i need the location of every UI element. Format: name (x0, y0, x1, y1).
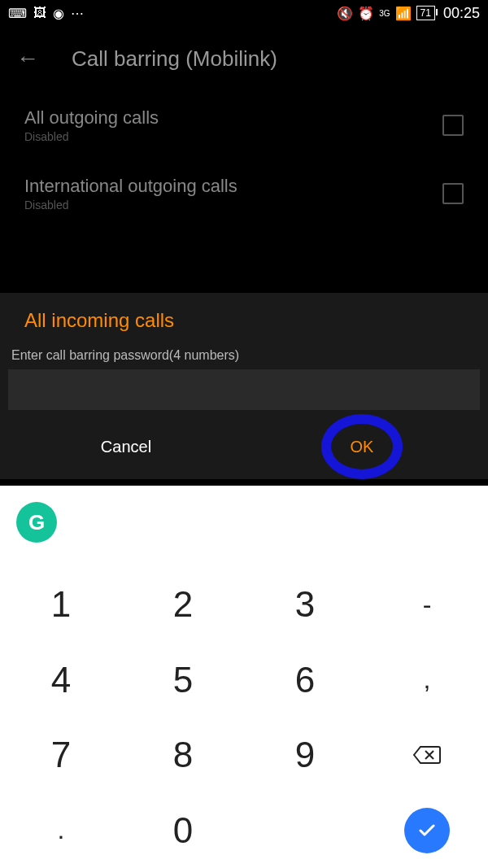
key-comma[interactable]: , (366, 643, 488, 718)
more-icon: ⋯ (71, 6, 84, 21)
battery-indicator: 71 (416, 6, 435, 20)
key-3[interactable]: 3 (244, 567, 366, 643)
numeric-keyboard: G 1 2 3 - 4 5 6 , 7 8 9 . 0 (0, 486, 488, 868)
back-arrow-icon[interactable]: ← (16, 46, 39, 72)
setting-all-outgoing[interactable]: All outgoing calls Disabled (0, 91, 488, 159)
mute-icon: 🔇 (337, 6, 353, 21)
key-dot[interactable]: . (0, 793, 122, 869)
keyboard-icon: ⌨ (8, 6, 27, 21)
key-2[interactable]: 2 (122, 567, 244, 643)
settings-list: All outgoing calls Disabled Internationa… (0, 91, 488, 228)
page-header: ← Call barring (Mobilink) (0, 26, 488, 91)
key-7[interactable]: 7 (0, 718, 122, 793)
clock-time: 00:25 (443, 5, 480, 22)
setting-status: Disabled (24, 198, 237, 212)
alarm-icon: ⏰ (358, 6, 374, 21)
check-icon (404, 808, 450, 853)
key-9[interactable]: 9 (244, 718, 366, 793)
key-1[interactable]: 1 (0, 567, 122, 643)
key-dash[interactable]: - (366, 567, 488, 643)
disc-icon: ◉ (53, 6, 64, 21)
password-input[interactable] (8, 369, 480, 410)
checkbox[interactable] (442, 183, 464, 204)
status-bar: ⌨ 🖼 ◉ ⋯ 🔇 ⏰ 3G 📶 71 00:25 (0, 0, 488, 26)
signal-icon: 📶 (395, 6, 412, 21)
setting-label: International outgoing calls (24, 176, 237, 197)
key-enter[interactable] (366, 793, 488, 869)
grammarly-icon[interactable]: G (16, 502, 57, 543)
key-6[interactable]: 6 (244, 643, 366, 718)
setting-international-outgoing[interactable]: International outgoing calls Disabled (0, 159, 488, 228)
dialog-label: Enter call barring password(4 numbers) (8, 348, 480, 369)
password-dialog: All incoming calls Enter call barring pa… (0, 293, 488, 479)
setting-label: All outgoing calls (24, 107, 159, 129)
checkbox[interactable] (442, 115, 464, 136)
ok-button[interactable]: OK (244, 422, 480, 471)
image-icon: 🖼 (33, 6, 46, 20)
key-backspace[interactable] (366, 718, 488, 793)
key-4[interactable]: 4 (0, 643, 122, 718)
setting-status: Disabled (24, 130, 159, 143)
key-5[interactable]: 5 (122, 643, 244, 718)
page-title: Call barring (Mobilink) (72, 46, 277, 72)
signal-label: 3G (379, 9, 390, 18)
key-8[interactable]: 8 (122, 718, 244, 793)
key-0[interactable]: 0 (122, 793, 244, 869)
dialog-title: All incoming calls (8, 309, 480, 348)
key-space[interactable] (244, 793, 366, 869)
backspace-icon (412, 744, 442, 766)
cancel-button[interactable]: Cancel (8, 422, 244, 471)
